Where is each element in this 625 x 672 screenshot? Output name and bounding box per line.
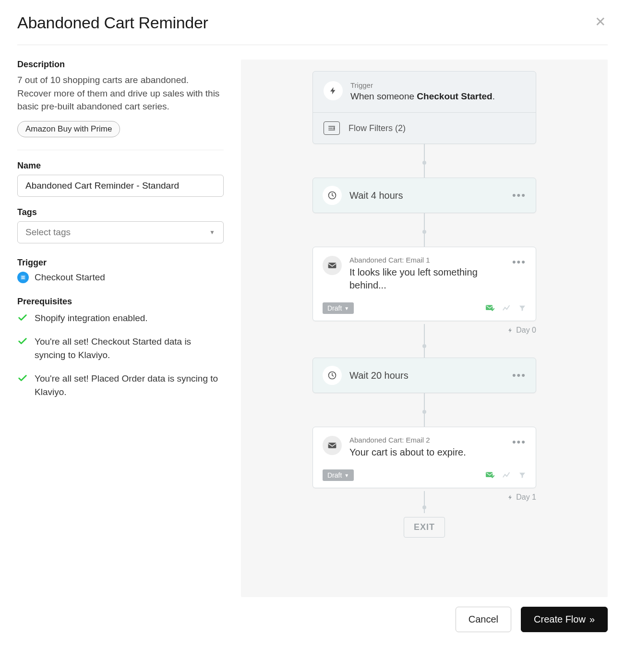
mail-icon	[323, 256, 342, 275]
status-badge[interactable]: Draft ▼	[323, 302, 354, 314]
modal-title: Abandoned Cart Reminder	[17, 13, 208, 32]
cancel-button[interactable]: Cancel	[456, 607, 511, 632]
bolt-icon	[324, 81, 343, 100]
check-icon	[17, 373, 28, 384]
svg-rect-5	[328, 443, 337, 448]
prereq-text: Shopify integration enabled.	[35, 312, 148, 325]
wait-text: Wait 20 hours	[349, 370, 512, 381]
clock-icon	[323, 366, 342, 385]
smart-send-icon[interactable]	[485, 471, 494, 479]
trigger-event: Checkout Started	[417, 91, 492, 101]
flow-email-card[interactable]: Abandoned Cart: Email 1 It looks like yo…	[312, 247, 536, 321]
flow-filters-label: Flow Filters (2)	[349, 123, 406, 133]
flow-email-card[interactable]: Abandoned Cart: Email 2 Your cart is abo…	[312, 427, 536, 488]
tags-select[interactable]	[17, 221, 224, 243]
clock-icon	[323, 186, 342, 205]
more-icon[interactable]: •••	[512, 369, 526, 382]
create-flow-button[interactable]: Create Flow »	[521, 607, 608, 632]
close-icon[interactable]: ✕	[593, 13, 608, 31]
analytics-icon[interactable]	[502, 472, 511, 479]
day-text: Day 0	[516, 326, 536, 335]
prereq-label: Prerequisites	[17, 297, 224, 307]
status-badge[interactable]: Draft ▼	[323, 469, 354, 481]
name-label: Name	[17, 161, 224, 171]
status-text: Draft	[327, 471, 342, 479]
svg-rect-2	[328, 263, 337, 268]
caret-down-icon: ▼	[344, 473, 349, 478]
name-input[interactable]	[17, 175, 224, 197]
flow-filters-row[interactable]: Flow Filters (2)	[324, 113, 525, 144]
more-icon[interactable]: •••	[512, 256, 526, 268]
email-name: Abandoned Cart: Email 2	[349, 436, 505, 444]
trigger-suffix: .	[493, 91, 495, 101]
flow-preview-panel: Trigger When someone Checkout Started. F…	[241, 60, 608, 597]
flow-wait-card[interactable]: Wait 4 hours •••	[312, 178, 536, 213]
email-subject: Your cart is about to expire.	[349, 446, 505, 459]
flow-wait-card[interactable]: Wait 20 hours •••	[312, 358, 536, 393]
flow-trigger-card[interactable]: Trigger When someone Checkout Started. F…	[312, 71, 536, 144]
filter-list-icon	[324, 121, 340, 135]
trigger-prefix: When someone	[350, 91, 417, 101]
trigger-source-icon	[17, 272, 29, 283]
trigger-card-label: Trigger	[350, 81, 495, 89]
prereq-list: Shopify integration enabled. You're all …	[17, 312, 224, 399]
email-name: Abandoned Cart: Email 1	[349, 256, 505, 264]
prereq-item: You're all set! Placed Order data is syn…	[17, 372, 224, 398]
config-sidebar: Description 7 out of 10 shopping carts a…	[17, 60, 224, 597]
check-icon	[17, 312, 28, 323]
analytics-icon[interactable]	[502, 305, 511, 312]
flow-setup-modal: Abandoned Cart Reminder ✕ Description 7 …	[0, 0, 625, 644]
trigger-card-text: When someone Checkout Started.	[350, 91, 495, 102]
more-icon[interactable]: •••	[512, 436, 526, 448]
divider	[17, 150, 224, 150]
trigger-row: Checkout Started	[17, 272, 224, 283]
wait-text: Wait 4 hours	[349, 190, 512, 201]
prereq-text: You're all set! Checkout Started data is…	[35, 335, 224, 361]
check-icon	[17, 336, 28, 347]
prereq-item: Shopify integration enabled.	[17, 312, 224, 325]
flow-exit: EXIT	[404, 517, 445, 538]
description-label: Description	[17, 60, 224, 70]
email-subject: It looks like you left something behind.…	[349, 266, 505, 292]
prereq-item: You're all set! Checkout Started data is…	[17, 335, 224, 361]
chevron-right-icon: »	[589, 614, 595, 625]
caret-down-icon: ▼	[344, 306, 349, 311]
create-flow-label: Create Flow	[534, 614, 586, 625]
smart-send-icon[interactable]	[485, 304, 494, 312]
integration-chip[interactable]: Amazon Buy with Prime	[17, 121, 120, 137]
day-text: Day 1	[516, 493, 536, 502]
mail-icon	[323, 436, 342, 455]
tags-label: Tags	[17, 207, 224, 217]
funnel-icon[interactable]	[518, 471, 526, 479]
prereq-text: You're all set! Placed Order data is syn…	[35, 372, 224, 398]
description-text: 7 out of 10 shopping carts are abandoned…	[17, 73, 224, 113]
status-text: Draft	[327, 304, 342, 312]
modal-footer: Cancel Create Flow »	[17, 607, 608, 632]
more-icon[interactable]: •••	[512, 189, 526, 202]
funnel-icon[interactable]	[518, 304, 526, 312]
trigger-value: Checkout Started	[35, 272, 105, 283]
trigger-label: Trigger	[17, 258, 224, 268]
modal-header: Abandoned Cart Reminder ✕	[17, 13, 608, 45]
